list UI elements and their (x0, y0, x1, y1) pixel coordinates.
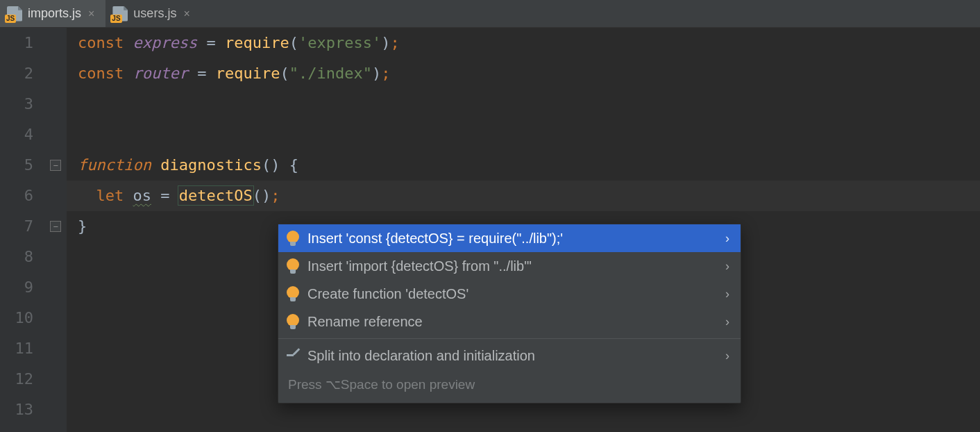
intention-action-item[interactable]: Insert 'const {detectOS} = require("../l… (278, 224, 741, 252)
code-line[interactable]: const router = require("./index"); (78, 58, 980, 89)
line-number: 8 (0, 242, 33, 272)
fold-column: −− (46, 28, 67, 432)
fold-toggle-icon[interactable]: − (50, 221, 61, 232)
fold-toggle-icon[interactable]: − (50, 160, 61, 171)
popup-hint: Press ⌥Space to open preview (278, 369, 741, 403)
lightbulb-icon (287, 314, 299, 329)
editor-tab-label: imports.js (28, 6, 81, 21)
intention-action-label: Insert 'import {detectOS} from "../lib"' (307, 252, 532, 280)
popup-separator (278, 338, 741, 339)
chevron-right-icon: › (725, 280, 729, 308)
code-line[interactable] (78, 119, 980, 150)
chevron-right-icon: › (725, 342, 729, 369)
line-number: 7 (0, 211, 33, 242)
line-number: 5 (0, 150, 33, 181)
line-number: 13 (0, 394, 33, 425)
chevron-right-icon: › (725, 224, 729, 252)
intention-action-item[interactable]: Insert 'import {detectOS} from "../lib"'… (278, 252, 741, 280)
js-file-icon: JS (7, 6, 22, 22)
editor-tab-label: users.js (133, 6, 176, 21)
line-number: 9 (0, 272, 33, 303)
editor-tab[interactable]: JSimports.js× (0, 0, 105, 27)
chevron-right-icon: › (725, 308, 729, 335)
intention-action-item[interactable]: Create function 'detectOS'› (278, 280, 741, 308)
line-number: 10 (0, 303, 33, 333)
line-number: 3 (0, 89, 33, 119)
line-number: 12 (0, 364, 33, 394)
intention-action-item[interactable]: Split into declaration and initializatio… (278, 342, 741, 369)
chevron-right-icon: › (725, 252, 729, 280)
close-icon[interactable]: × (182, 8, 191, 20)
intention-action-label: Create function 'detectOS' (307, 280, 468, 308)
intention-action-item[interactable]: Rename reference› (278, 308, 741, 335)
js-file-icon: JS (112, 6, 128, 22)
editor-tabbar: JSimports.js×JSusers.js× (0, 0, 980, 28)
line-number: 1 (0, 28, 33, 58)
lightbulb-icon (287, 258, 299, 274)
intention-actions-popup[interactable]: Insert 'const {detectOS} = require("../l… (278, 224, 741, 404)
pencil-icon (287, 349, 299, 362)
line-number: 4 (0, 119, 33, 150)
line-number: 6 (0, 181, 33, 211)
intention-action-label: Rename reference (307, 308, 423, 335)
lightbulb-icon (287, 231, 299, 246)
line-number: 2 (0, 58, 33, 89)
line-number: 11 (0, 333, 33, 364)
line-number-gutter: 12345678910111213 (0, 28, 46, 432)
lightbulb-icon (287, 286, 299, 301)
intention-action-label: Split into declaration and initializatio… (307, 342, 535, 369)
code-line[interactable]: function diagnostics() { (78, 150, 980, 181)
editor-tab[interactable]: JSusers.js× (105, 0, 201, 27)
intention-action-label: Insert 'const {detectOS} = require("../l… (307, 224, 563, 252)
code-line[interactable] (78, 89, 980, 119)
close-icon[interactable]: × (87, 8, 96, 20)
code-line[interactable]: const express = require('express'); (78, 28, 980, 58)
